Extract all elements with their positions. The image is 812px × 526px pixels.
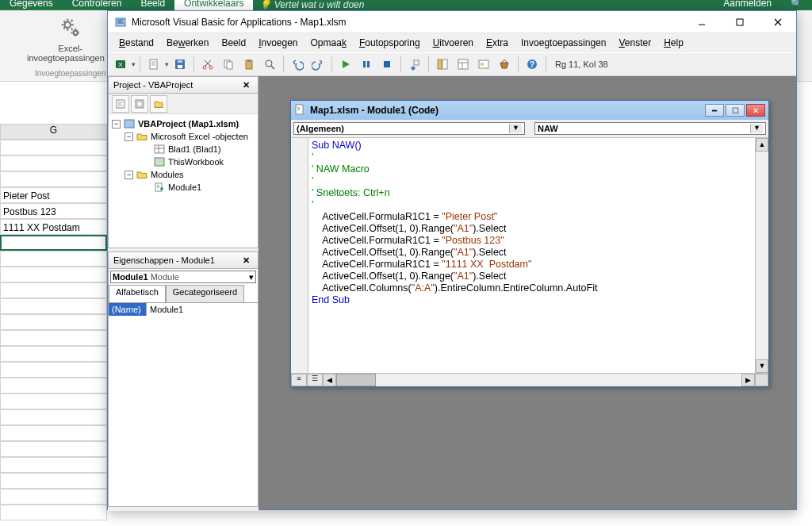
cell[interactable] — [0, 505, 107, 520]
tree-collapse-icon[interactable]: − — [124, 171, 133, 179]
cell[interactable] — [0, 298, 107, 314]
menu-venster[interactable]: Venster — [612, 35, 657, 51]
column-header-g[interactable]: G — [0, 124, 107, 140]
close-button[interactable] — [766, 14, 790, 30]
menu-uitvoeren[interactable]: Uitvoeren — [427, 35, 480, 51]
code-titlebar[interactable]: Map1.xlsm - Module1 (Code) ━ ☐ ✕ — [291, 101, 768, 120]
cell[interactable] — [0, 251, 107, 267]
scroll-up-icon[interactable]: ▲ — [756, 138, 768, 152]
tell-me-search[interactable]: 💡 Vertel wat u wilt doen — [253, 0, 370, 10]
project-tree[interactable]: − VBAProject (Map1.xlsm) − Microsoft Exc… — [109, 114, 258, 197]
ribbon-tab-ontwikkelaars[interactable]: Ontwikkelaars — [174, 0, 253, 10]
vba-titlebar[interactable]: Microsoft Visual Basic for Applications … — [108, 11, 796, 33]
view-object-button[interactable] — [131, 95, 148, 113]
ribbon-tab-beeld[interactable]: Beeld — [131, 0, 174, 10]
menu-help[interactable]: Help — [657, 35, 690, 51]
code-maximize-button[interactable]: ☐ — [726, 104, 745, 117]
scrollbar-thumb[interactable] — [336, 374, 376, 386]
full-module-view-button[interactable]: ☰ — [307, 374, 323, 386]
tree-collapse-icon[interactable]: − — [112, 120, 121, 129]
property-row-name[interactable]: (Name) Module1 — [109, 303, 258, 316]
project-pane-close[interactable]: ✕ — [239, 80, 253, 90]
undo-button[interactable] — [288, 55, 307, 74]
excel-grid[interactable]: G Pieter Post Postbus 123 1111 XX Postda… — [0, 82, 107, 526]
insert-module-button[interactable] — [144, 55, 163, 74]
project-pane-header[interactable]: Project - VBAProject ✕ — [108, 76, 259, 94]
menu-foutopsporing[interactable]: Foutopsporing — [353, 35, 427, 51]
menu-bestand[interactable]: Bestand — [113, 35, 160, 51]
cell[interactable] — [0, 346, 107, 362]
properties-pane-header[interactable]: Eigenschappen - Module1 ✕ — [108, 251, 259, 269]
pause-button[interactable] — [357, 55, 376, 74]
properties-tab-alpha[interactable]: Alfabetisch — [109, 285, 166, 302]
tree-blad1[interactable]: Blad1 (Blad1) — [168, 143, 221, 155]
properties-window-button[interactable] — [454, 55, 473, 74]
code-close-button[interactable]: ✕ — [746, 104, 765, 117]
menu-invoegen[interactable]: Invoegen — [252, 35, 304, 51]
view-code-button[interactable] — [112, 95, 129, 113]
code-procedure-dropdown[interactable]: NAW▼ — [534, 122, 766, 135]
procedure-view-button[interactable]: ≡ — [291, 374, 307, 386]
excel-addins-button[interactable]: Excel-invoegtoepassingen in Invoegtoepas… — [27, 13, 113, 78]
properties-tab-categorized[interactable]: Gecategoriseerd — [166, 285, 244, 302]
properties-pane-close[interactable]: ✕ — [239, 255, 253, 266]
cell[interactable] — [0, 140, 107, 155]
vertical-scrollbar[interactable]: ▲ ▼ — [755, 138, 768, 373]
cell[interactable] — [0, 330, 107, 346]
cell[interactable] — [0, 314, 107, 330]
copy-button[interactable] — [219, 55, 238, 74]
menu-beeld[interactable]: Beeld — [215, 35, 252, 51]
cell[interactable] — [0, 409, 107, 425]
cell[interactable] — [0, 425, 107, 441]
cell[interactable] — [0, 394, 107, 409]
tree-modules-folder[interactable]: Modules — [151, 168, 184, 181]
cell[interactable] — [0, 282, 107, 298]
cell[interactable] — [0, 362, 107, 378]
cell[interactable]: Pieter Post — [0, 187, 107, 203]
cell[interactable]: Postbus 123 — [0, 203, 107, 219]
minimize-button[interactable] — [690, 14, 714, 30]
scroll-right-icon[interactable]: ▶ — [741, 374, 755, 386]
tree-excel-objects[interactable]: Microsoft Excel -objecten — [151, 130, 248, 143]
cell[interactable] — [0, 473, 107, 489]
code-minimize-button[interactable]: ━ — [705, 104, 724, 117]
ribbon-tab-gegevens[interactable]: Gegevens — [0, 0, 63, 10]
help-button[interactable]: ? — [523, 55, 542, 74]
ribbon-tab-controleren[interactable]: Controleren — [63, 0, 132, 10]
signin-link[interactable]: Aanmelden — [714, 0, 781, 10]
menu-opmaak[interactable]: Opmaak — [304, 35, 353, 51]
properties-object-dropdown[interactable]: Module1 Module ▾ — [110, 271, 256, 283]
paste-button[interactable] — [239, 55, 259, 74]
menu-extra[interactable]: Extra — [480, 35, 515, 51]
toggle-folders-button[interactable] — [150, 95, 167, 113]
object-browser-button[interactable] — [474, 55, 493, 74]
tree-collapse-icon[interactable]: − — [124, 132, 133, 141]
code-editor[interactable]: Sub NAW()'' NAW Macro'' Sneltoets: Ctrl+… — [308, 138, 755, 373]
cell[interactable] — [0, 378, 107, 394]
cell[interactable]: 1111 XX Postdam — [0, 219, 107, 235]
code-object-dropdown[interactable]: (Algemeen)▼ — [293, 122, 525, 135]
scroll-down-icon[interactable]: ▼ — [756, 359, 768, 373]
search-icon[interactable]: 🔍 — [781, 0, 812, 10]
run-button[interactable] — [336, 55, 355, 74]
cell[interactable] — [0, 489, 107, 505]
menu-invoegtoepassingen[interactable]: Invoegtoepassingen — [515, 35, 612, 51]
maximize-button[interactable] — [728, 14, 752, 30]
resize-grip[interactable] — [755, 374, 768, 386]
cell[interactable] — [0, 155, 107, 171]
view-excel-button[interactable]: X — [111, 55, 130, 74]
cell[interactable] — [0, 267, 107, 282]
tree-thisworkbook[interactable]: ThisWorkbook — [168, 155, 224, 168]
active-cell[interactable] — [0, 235, 107, 251]
tree-module1[interactable]: Module1 — [168, 181, 201, 194]
find-button[interactable] — [260, 55, 279, 74]
design-mode-button[interactable] — [405, 55, 424, 74]
scroll-left-icon[interactable]: ◀ — [323, 374, 336, 386]
cell[interactable] — [0, 171, 107, 187]
cell[interactable] — [0, 457, 107, 473]
cell[interactable] — [0, 441, 107, 457]
property-name-value[interactable]: Module1 — [147, 303, 258, 316]
menu-bewerken[interactable]: Bewerken — [160, 35, 215, 51]
toolbox-button[interactable] — [495, 55, 514, 74]
stop-button[interactable] — [377, 55, 396, 74]
